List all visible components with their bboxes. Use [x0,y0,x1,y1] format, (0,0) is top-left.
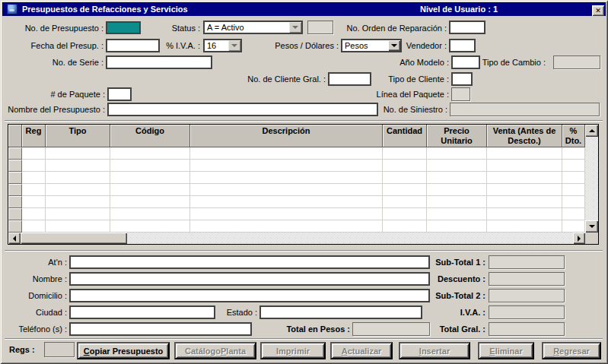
table-cell[interactable] [22,220,46,233]
table-row[interactable] [8,220,585,233]
row-selector-cell[interactable] [8,220,22,233]
table-row[interactable] [8,208,585,220]
table-cell[interactable] [110,220,190,233]
moneda-select[interactable]: Pesos [341,39,402,52]
chevron-down-icon[interactable] [228,40,240,51]
table-cell[interactable] [110,196,190,208]
table-cell[interactable] [562,220,585,233]
tipo-cliente-input[interactable] [451,72,473,86]
regresar-button[interactable]: Regresar [542,342,601,359]
table-cell[interactable] [110,184,190,196]
table-cell[interactable] [190,220,383,233]
table-cell[interactable] [190,208,383,220]
scroll-down-icon[interactable] [585,220,598,233]
actualizar-button[interactable]: Actualizar [330,342,393,359]
table-cell[interactable] [46,147,110,160]
scroll-left-icon[interactable] [8,233,21,244]
scrollbar-track[interactable] [127,233,573,244]
table-row[interactable] [8,147,585,160]
iva-select[interactable]: 16 [203,39,242,52]
table-cell[interactable] [46,160,110,172]
table-cell[interactable] [562,172,585,184]
imprimir-button[interactable]: Imprimir [260,342,326,359]
nombre-input[interactable] [69,272,430,286]
table-cell[interactable] [190,160,383,172]
table-cell[interactable] [383,160,427,172]
column-header-codigo[interactable]: Código [110,125,190,147]
catalogo-planta-button[interactable]: Catálogo Planta [174,342,256,359]
table-cell[interactable] [46,184,110,196]
chevron-down-icon[interactable] [289,22,301,33]
table-cell[interactable] [487,196,562,208]
close-icon[interactable]: ✕ [592,5,604,16]
atn-input[interactable] [69,255,430,269]
row-selector-cell[interactable] [8,208,22,220]
table-cell[interactable] [562,184,585,196]
eliminar-button[interactable]: Eliminar [478,342,534,359]
table-cell[interactable] [22,208,46,220]
table-cell[interactable] [487,172,562,184]
table-cell[interactable] [427,184,487,196]
table-cell[interactable] [22,160,46,172]
table-cell[interactable] [383,147,427,160]
column-header-descripcion[interactable]: Descripción [190,125,383,147]
row-selector-cell[interactable] [8,172,22,184]
anio-modelo-input[interactable] [451,55,480,69]
table-cell[interactable] [22,147,46,160]
column-header-tipo[interactable]: Tipo [46,125,110,147]
table-row[interactable] [8,184,585,196]
table-cell[interactable] [190,196,383,208]
insertar-button[interactable]: Insertar [399,342,470,359]
no-presupuesto-field[interactable] [106,21,141,34]
scrollbar-track[interactable] [585,137,598,220]
table-cell[interactable] [427,160,487,172]
row-selector-cell[interactable] [8,160,22,172]
table-cell[interactable] [487,160,562,172]
table-cell[interactable] [22,172,46,184]
table-row[interactable] [8,172,585,184]
column-header-pct-dto[interactable]: % Dto. [562,125,585,147]
table-cell[interactable] [383,196,427,208]
table-cell[interactable] [383,172,427,184]
table-cell[interactable] [487,208,562,220]
table-cell[interactable] [190,172,383,184]
copiar-presupuesto-button[interactable]: Copiar Presupuesto [77,342,170,359]
table-cell[interactable] [562,160,585,172]
table-cell[interactable] [383,184,427,196]
num-paquete-input[interactable] [107,87,132,101]
table-cell[interactable] [110,172,190,184]
ciudad-input[interactable] [69,305,215,319]
no-orden-reparacion-input[interactable] [449,21,485,34]
table-cell[interactable] [427,220,487,233]
table-cell[interactable] [22,196,46,208]
chevron-down-icon[interactable] [388,40,400,51]
horizontal-scrollbar[interactable] [8,233,585,244]
table-cell[interactable] [110,208,190,220]
table-cell[interactable] [46,196,110,208]
estado-input[interactable] [259,305,422,319]
scroll-up-icon[interactable] [585,125,598,137]
column-header-venta[interactable]: Venta (Antes de Descto.) [487,125,562,147]
table-cell[interactable] [487,184,562,196]
row-selector-cell[interactable] [8,184,22,196]
vertical-scrollbar[interactable] [585,125,598,233]
table-cell[interactable] [487,220,562,233]
table-row[interactable] [8,160,585,172]
table-cell[interactable] [487,147,562,160]
scrollbar-thumb[interactable] [21,233,127,244]
column-header-precio-unitario[interactable]: Precio Unitario [427,125,487,147]
table-cell[interactable] [427,172,487,184]
table-cell[interactable] [110,160,190,172]
table-cell[interactable] [562,196,585,208]
table-cell[interactable] [110,147,190,160]
domicilio-input[interactable] [69,289,430,302]
row-selector-cell[interactable] [8,196,22,208]
column-header-cantidad[interactable]: Cantidad [383,125,427,147]
table-cell[interactable] [190,147,383,160]
no-serie-input[interactable] [106,55,212,69]
table-cell[interactable] [46,220,110,233]
vendedor-input[interactable] [449,39,476,52]
scroll-right-icon[interactable] [573,233,585,244]
table-cell[interactable] [383,220,427,233]
table-cell[interactable] [22,184,46,196]
